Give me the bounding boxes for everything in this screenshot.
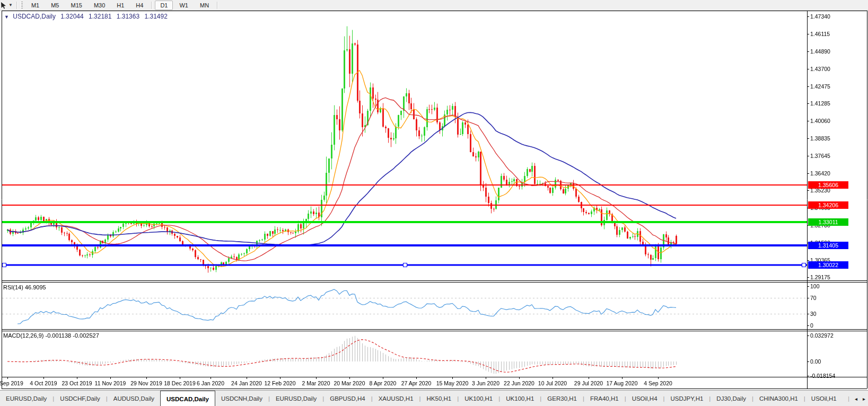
chart-tabs: EURUSD,Daily|USDCHF,Daily|AUDUSD,DailyUS… [0,391,843,406]
tab-usdcad-daily[interactable]: USDCAD,Daily [160,391,215,406]
price-line-badge: 1.33011 [808,218,848,226]
rsi-axis-label: 70 [810,295,817,301]
tab-scroll-left-icon[interactable]: ◂ [855,396,857,402]
price-axis-label: 1.44890 [810,48,830,55]
tab-usoil-h1[interactable]: USOil,H1 [805,391,843,406]
date-axis-label: 29 Nov 2019 [130,380,162,386]
timeframe-button-m30[interactable]: M30 [89,1,110,10]
price-line-badge: 1.34206 [808,201,848,209]
timeframe-button-d1[interactable]: D1 [155,1,173,10]
price-axis-label: 1.37645 [810,153,830,159]
date-axis-label: 3 Jun 2020 [472,380,499,386]
date-axis-label: 23 Oct 2019 [62,380,92,386]
tab-usdjpy-h1[interactable]: USDJPY,H1 [665,391,709,406]
date-axis-label: 11 Nov 2019 [95,380,126,386]
date-axis-label: 12 Feb 2020 [265,380,296,386]
price-axis-label: 1.47340 [810,13,830,20]
macd-axis-label: 0.032972 [810,332,834,339]
tab-scroll-right-icon[interactable]: ▸ [863,396,865,402]
tab-eurusd-daily[interactable]: EURUSD,Daily [270,391,322,406]
price-axis-label: 1.46115 [810,31,830,37]
timeframe-buttons: M1M5M15M30H1H4D1W1MN [25,1,220,10]
toolbar-drag-handle[interactable] [21,2,23,8]
rsi-axis-label: 100 [810,283,820,289]
timeframe-toolbar: ▼ M1M5M15M30H1H4D1W1MN [0,0,868,11]
timeframe-button-w1[interactable]: W1 [174,1,194,10]
tab-fra40-h1[interactable]: FRA40,H1 [584,391,625,406]
date-axis-label: 15 May 2020 [436,380,469,386]
tab-usoil-h4[interactable]: USOil,H4 [626,391,663,406]
timeframe-button-m15[interactable]: M15 [65,1,87,10]
date-axis-label: 6 Jan 2020 [197,380,224,386]
tab-gbpusd-h4[interactable]: GBPUSD,H4 [324,391,371,406]
dropdown-caret-icon[interactable]: ▼ [8,3,13,7]
price-axis-label: 1.29175 [810,274,830,280]
macd-axis-label: 0.00 [810,358,821,365]
timeframe-button-mn[interactable]: MN [195,1,214,10]
tab-uk100-h1[interactable]: UK100,H1 [500,391,540,406]
timeframe-button-h4[interactable]: H4 [130,1,148,10]
date-axis-label: 20 Mar 2020 [334,380,365,386]
tab-usdchf-daily[interactable]: USDCHF,Daily [54,391,106,406]
tab-xauusd-h1[interactable]: XAUUSD,H1 [373,391,419,406]
date-axis-label: 17 Aug 2020 [607,380,638,386]
toolbar-separator [217,2,218,9]
date-axis-label: 29 Jul 2020 [574,380,603,386]
macd-axis-label: -0.018154 [810,373,835,379]
price-axis-label: 1.38835 [810,135,830,142]
date-axis-label: 18 Dec 2019 [164,380,196,386]
date-axis-label: 8 Apr 2020 [370,380,397,386]
tab-uk100-h1[interactable]: UK100,H1 [459,391,498,406]
date-axis-label: 22 Jun 2020 [504,380,534,386]
timeframe-button-m5[interactable]: M5 [46,1,64,10]
chart-tab-bar: EURUSD,Daily|USDCHF,Daily|AUDUSD,DailyUS… [0,390,868,406]
rsi-axis-label: 0 [810,322,813,329]
chart-canvas[interactable] [0,0,868,406]
date-axis-label: 4 Sep 2020 [644,380,672,386]
price-line-badge: 1.31405 [808,242,848,249]
timeframe-button-h1[interactable]: H1 [111,1,129,10]
price-line-badge: 1.35606 [808,181,848,189]
cursor-tool-icon[interactable] [0,2,7,9]
date-axis-label: 10 Jul 2020 [538,380,567,386]
date-axis-label: 16 Sep 2019 [0,380,23,386]
toolbar-separator [151,2,152,9]
timeframe-button-m1[interactable]: M1 [26,1,45,10]
date-axis-label: 4 Oct 2019 [30,380,57,386]
tab-hk50-h1[interactable]: HK50,H1 [421,391,458,406]
price-axis-label: 1.41285 [810,100,830,107]
toolbar-separator [16,2,17,9]
mt4-window: ▼ M1M5M15M30H1H4D1W1MN ▼ USDCAD,Daily 1.… [0,0,868,406]
rsi-axis-label: 30 [810,311,817,317]
tab-usdcnh-daily[interactable]: USDCNH,Daily [215,391,268,406]
date-axis-label: 24 Jan 2020 [231,380,262,386]
tab-scroll-separator: | [848,396,849,402]
price-axis-label: 1.40060 [810,118,830,124]
price-axis-label: 1.43700 [810,66,830,72]
tab-china300-h1[interactable]: CHINA300,H1 [753,391,804,406]
tab-ger30-h1[interactable]: GER30,H1 [541,391,583,406]
date-axis-label: 27 Apr 2020 [401,380,432,386]
tab-dj30-daily[interactable]: DJ30,Daily [711,391,752,406]
date-axis-label: 2 Mar 2020 [302,380,330,386]
price-axis-label: 1.42475 [810,83,830,90]
tab-eurusd-daily[interactable]: EURUSD,Daily [0,391,52,406]
price-line-badge: 1.30022 [808,261,848,269]
price-axis-label: 1.36420 [810,170,830,176]
tab-audusd-daily[interactable]: AUDUSD,Daily [108,391,160,406]
